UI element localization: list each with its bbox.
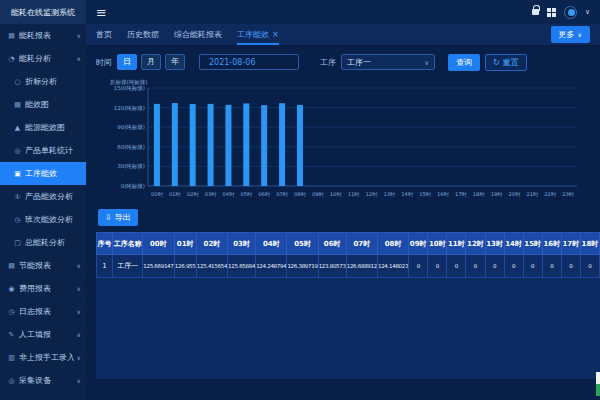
column-header: 工序名称 bbox=[113, 233, 143, 255]
sidebar-nav: ▤能耗报表∨◔能耗分析∧○折标分析▤能效图▲能源能效图◎产品单耗统计▣工序能效①… bbox=[0, 24, 86, 400]
tab-综合能耗报表[interactable]: 综合能耗报表 bbox=[174, 24, 222, 45]
table-cell: 0 bbox=[466, 255, 485, 278]
table-cell: 0 bbox=[504, 255, 523, 278]
column-header: 09时 bbox=[409, 233, 428, 255]
column-header: 05时 bbox=[287, 233, 318, 255]
svg-text:07时: 07时 bbox=[276, 191, 289, 197]
table-panel: 序号工序名称00时01时02时03时04时05时06时07时08时09时10时1… bbox=[96, 232, 600, 379]
table-cell: 126.688912 bbox=[346, 255, 377, 278]
sidebar-item-总能耗分析[interactable]: ▢总能耗分析 bbox=[0, 231, 86, 254]
chevron-down-icon: ∨ bbox=[578, 31, 582, 38]
sidebar-item-工序能效[interactable]: ▣工序能效 bbox=[0, 162, 86, 185]
sidebar-item-班次能效分析[interactable]: ◷班次能效分析 bbox=[0, 208, 86, 231]
money-icon: ◉ bbox=[7, 285, 16, 293]
svg-text:12时: 12时 bbox=[366, 191, 379, 197]
bar-03时[interactable] bbox=[208, 104, 214, 186]
bar-07时[interactable] bbox=[279, 103, 285, 186]
column-header: 03时 bbox=[228, 233, 256, 255]
fullscreen-grid-icon[interactable] bbox=[547, 8, 556, 17]
svg-text:14时: 14时 bbox=[401, 191, 414, 197]
granularity-button-日[interactable]: 日 bbox=[117, 54, 137, 70]
more-button[interactable]: 更多 ∨ bbox=[551, 26, 590, 43]
sidebar-item-产品单耗统计[interactable]: ◎产品单耗统计 bbox=[0, 139, 86, 162]
bar-08时[interactable] bbox=[297, 105, 303, 186]
sidebar-item-能效图[interactable]: ▤能效图 bbox=[0, 93, 86, 116]
scrollbar[interactable] bbox=[596, 372, 600, 396]
column-header: 17时 bbox=[561, 233, 580, 255]
chevron-icon: ∨ bbox=[77, 262, 81, 269]
export-button[interactable]: ⇩ 导出 bbox=[98, 209, 138, 226]
tab-工序能效[interactable]: 工序能效× bbox=[237, 24, 279, 45]
main-area: ≡ ∨ 首页历史数据综合能耗报表工序能效× 更多 ∨ 时间 日月年 2021-0… bbox=[86, 0, 600, 400]
sidebar-item-产品能效分析[interactable]: ①产品能效分析 bbox=[0, 185, 86, 208]
sidebar-item-能耗分析[interactable]: ◔能耗分析∧ bbox=[0, 47, 86, 70]
sidebar-item-label: 能耗报表 bbox=[19, 30, 51, 41]
tab-label: 历史数据 bbox=[127, 29, 159, 40]
topbar-right: ∨ bbox=[532, 6, 590, 19]
query-button[interactable]: 查询 bbox=[448, 54, 480, 71]
process-label: 工序 bbox=[320, 57, 336, 68]
grid-icon: ▣ bbox=[13, 170, 22, 178]
close-icon[interactable]: × bbox=[272, 31, 279, 39]
chart-icon: ▤ bbox=[13, 101, 22, 109]
sidebar-item-label: 产品单耗统计 bbox=[25, 145, 73, 156]
bar-05时[interactable] bbox=[243, 103, 249, 186]
table-cell: 0 bbox=[447, 255, 466, 278]
sidebar-item-费用报表[interactable]: ◉费用报表∨ bbox=[0, 277, 86, 300]
column-header: 14时 bbox=[504, 233, 523, 255]
svg-text:120(吨标煤): 120(吨标煤) bbox=[114, 105, 145, 112]
lock-icon[interactable] bbox=[532, 9, 539, 15]
sidebar-item-能耗报表[interactable]: ▤能耗报表∨ bbox=[0, 24, 86, 47]
table-cell: 126.389719 bbox=[287, 255, 318, 278]
bar-chart: 折标煤(吨标煤)0(吨标煤)30(吨标煤)60(吨标煤)90(吨标煤)120(吨… bbox=[96, 76, 600, 204]
svg-text:16时: 16时 bbox=[437, 191, 450, 197]
report-icon: ▤ bbox=[7, 32, 16, 40]
table-cell: 1 bbox=[97, 255, 113, 278]
sidebar-item-折标分析[interactable]: ○折标分析 bbox=[0, 70, 86, 93]
bar-04时[interactable] bbox=[225, 105, 231, 186]
bar-06时[interactable] bbox=[261, 105, 267, 186]
svg-text:15时: 15时 bbox=[419, 191, 432, 197]
column-header: 12时 bbox=[466, 233, 485, 255]
edit-icon: ✎ bbox=[7, 331, 16, 339]
granularity-button-年[interactable]: 年 bbox=[165, 54, 185, 70]
sidebar-item-节能报表[interactable]: ▤节能报表∨ bbox=[0, 254, 86, 277]
sidebar-item-采集设备[interactable]: ◎采集设备∨ bbox=[0, 369, 86, 392]
svg-text:13时: 13时 bbox=[383, 191, 396, 197]
svg-text:19时: 19时 bbox=[491, 191, 504, 197]
process-select-value: 工序一 bbox=[347, 57, 371, 68]
process-select[interactable]: 工序一 ∨ bbox=[341, 54, 435, 70]
svg-text:18时: 18时 bbox=[473, 191, 486, 197]
svg-text:08时: 08时 bbox=[294, 191, 307, 197]
time-label: 时间 bbox=[96, 57, 112, 68]
sidebar-item-label: 总能耗分析 bbox=[25, 237, 65, 248]
sidebar-item-label: 能源能效图 bbox=[25, 122, 65, 133]
granularity-button-月[interactable]: 月 bbox=[141, 54, 161, 70]
bar-01时[interactable] bbox=[172, 103, 178, 186]
sidebar-item-label: 费用报表 bbox=[19, 283, 51, 294]
sidebar-item-非上报手工录入[interactable]: ▥非上报手工录入∨ bbox=[0, 346, 86, 369]
sidebar-item-日志报表[interactable]: ◷日志报表∨ bbox=[0, 300, 86, 323]
table-cell: 126.955 bbox=[174, 255, 196, 278]
chevron-icon: ∨ bbox=[77, 32, 81, 39]
tab-历史数据[interactable]: 历史数据 bbox=[127, 24, 159, 45]
hamburger-menu-icon[interactable]: ≡ bbox=[96, 6, 107, 19]
sidebar-item-label: 班次能效分析 bbox=[25, 214, 73, 225]
chevron-down-icon[interactable]: ∨ bbox=[585, 8, 590, 16]
reset-button[interactable]: ↻ 重置 bbox=[485, 54, 527, 71]
svg-text:30(吨标煤): 30(吨标煤) bbox=[117, 163, 145, 170]
device-icon: ◎ bbox=[7, 377, 16, 385]
svg-text:06时: 06时 bbox=[258, 191, 271, 197]
tab-首页[interactable]: 首页 bbox=[96, 24, 112, 45]
date-input[interactable]: 2021-08-06 bbox=[199, 54, 299, 70]
table-cell: 0 bbox=[542, 255, 561, 278]
sidebar-item-人工填报[interactable]: ✎人工填报∨ bbox=[0, 323, 86, 346]
sidebar-item-能源能效图[interactable]: ▲能源能效图 bbox=[0, 116, 86, 139]
table-cell: 0 bbox=[580, 255, 599, 278]
avatar[interactable] bbox=[564, 6, 577, 19]
circle-icon: ○ bbox=[13, 78, 22, 86]
bar-02时[interactable] bbox=[190, 104, 196, 186]
column-header: 16时 bbox=[542, 233, 561, 255]
bar-00时[interactable] bbox=[154, 104, 160, 186]
svg-text:03时: 03时 bbox=[205, 191, 218, 197]
